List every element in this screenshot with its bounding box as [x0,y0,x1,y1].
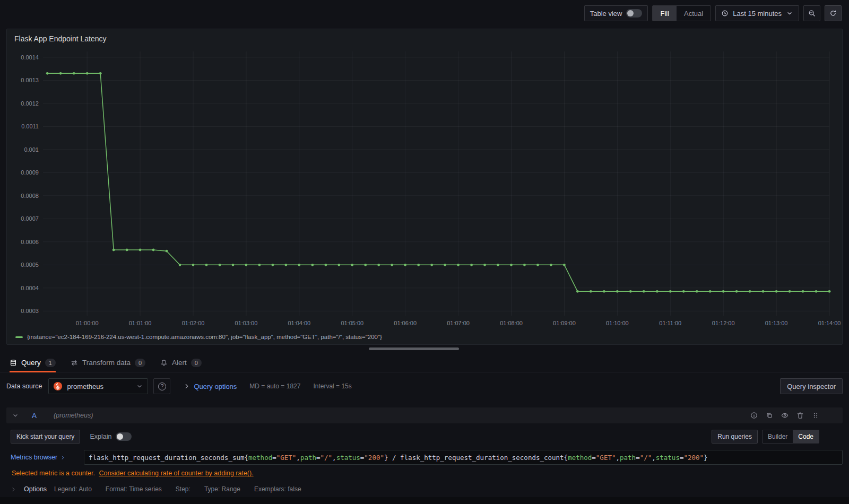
option-legend: Legend: Auto [54,485,92,493]
run-queries-button[interactable]: Run queries [712,430,758,444]
svg-text:0.0009: 0.0009 [21,169,39,176]
tab-badge: 0 [135,359,145,367]
max-datapoints-info: MD = auto = 1827 [249,383,300,390]
bell-icon [160,359,168,367]
code-button[interactable]: Code [793,430,819,443]
svg-text:0.0003: 0.0003 [21,308,39,314]
tab-label: Alert [172,359,187,367]
datasource-row: Data source prometheus ? Query options M… [6,378,843,395]
metrics-browser-toggle[interactable]: Metrics browser [11,454,80,461]
options-label: Options [24,485,47,493]
builder-button[interactable]: Builder [763,430,793,443]
metrics-browser-label: Metrics browser [11,454,57,461]
builder-code-group: Builder Code [762,430,819,444]
time-range-picker[interactable]: Last 15 minutes [715,5,799,21]
svg-text:01:10:00: 01:10:00 [606,320,629,326]
query-expression[interactable]: flask_http_request_duration_seconds_sum{… [84,450,843,465]
svg-text:0.0004: 0.0004 [21,285,39,291]
eye-icon[interactable] [781,412,789,419]
tab-transform-data[interactable]: Transform data 0 [71,353,145,372]
zoom-out-button[interactable] [803,5,820,21]
scroll-row [0,345,849,353]
query-inspector-button[interactable]: Query inspector [780,378,843,394]
svg-text:01:09:00: 01:09:00 [553,320,576,326]
tab-query[interactable]: Query 1 [10,353,56,372]
query-header[interactable]: A (prometheus) [6,407,843,423]
datasource-select[interactable]: prometheus [48,378,148,394]
legend-label[interactable]: {instance="ec2-184-169-216-224.us-west-1… [27,334,382,340]
chevron-down-icon [12,412,19,419]
chevron-right-icon [11,486,16,492]
chart-legend: {instance="ec2-184-169-216-224.us-west-1… [13,333,836,342]
svg-text:01:04:00: 01:04:00 [288,320,310,326]
bottom-strip [0,497,849,504]
chevron-right-icon [60,455,66,460]
time-range-label: Last 15 minutes [733,10,782,18]
svg-text:0.0011: 0.0011 [21,123,39,129]
svg-text:01:00:00: 01:00:00 [76,320,99,326]
editor-tabs: Query 1 Transform data 0 Alert 0 [0,353,849,372]
svg-text:01:11:00: 01:11:00 [659,320,681,326]
tab-badge: 0 [191,359,202,367]
svg-text:01:13:00: 01:13:00 [765,320,788,326]
kick-start-query-button[interactable]: Kick start your query [11,430,80,444]
clock-icon [721,10,729,17]
table-view-toggle[interactable] [626,9,642,18]
tab-label: Transform data [82,359,131,367]
table-view-control: Table view [584,5,648,21]
fill-button[interactable]: Fill [653,6,677,21]
refresh-button[interactable] [825,5,842,21]
svg-text:01:14:00: 01:14:00 [818,320,841,326]
svg-text:0.0005: 0.0005 [21,262,39,268]
drag-handle-icon[interactable] [812,412,819,419]
trash-icon[interactable] [796,412,804,419]
counter-warning: Selected metric is a counter. Consider c… [12,470,843,477]
svg-text:01:02:00: 01:02:00 [182,320,205,326]
explain-control: Explain [90,432,132,441]
datasource-label: Data source [6,383,42,390]
query-ref-id: A [32,412,37,420]
option-exemplars: Exemplars: false [254,485,301,493]
tab-alert[interactable]: Alert 0 [160,353,202,372]
transform-icon [71,359,78,367]
svg-text:0.0013: 0.0013 [21,77,39,83]
chevron-right-icon [183,383,190,390]
tab-label: Query [21,359,41,367]
toggle-knob [627,10,634,16]
svg-text:01:06:00: 01:06:00 [394,320,417,326]
explain-toggle[interactable] [116,432,132,441]
svg-text:0.0012: 0.0012 [21,100,39,107]
actual-button[interactable]: Actual [677,6,711,21]
warning-text: Selected metric is a counter. [12,470,95,477]
query-options-toggle[interactable]: Query options [183,383,237,390]
datasource-help-button[interactable]: ? [153,378,170,394]
tab-badge: 1 [45,359,56,367]
svg-text:0.0014: 0.0014 [21,54,39,60]
svg-text:01:01:00: 01:01:00 [129,320,152,326]
query-expression-row: Metrics browser flask_http_request_durat… [11,450,843,465]
zoom-out-icon [808,10,816,17]
refresh-icon [829,10,837,17]
svg-text:01:08:00: 01:08:00 [500,320,523,326]
fill-actual-group: Fill Actual [652,5,711,21]
svg-text:01:03:00: 01:03:00 [235,320,258,326]
horizontal-scrollbar[interactable] [369,347,459,350]
table-view-label: Table view [590,10,622,18]
svg-text:0.0006: 0.0006 [21,239,39,245]
query-datasource-hint: (prometheus) [54,412,93,419]
svg-text:0.001: 0.001 [24,146,38,153]
question-icon: ? [158,383,166,390]
svg-text:01:07:00: 01:07:00 [447,320,470,326]
query-header-actions [750,412,837,419]
duplicate-icon[interactable] [766,412,773,419]
rate-hint-link[interactable]: Consider calculating rate of counter by … [99,470,254,477]
latency-chart[interactable]: 0.00030.00040.00050.00060.00070.00080.00… [13,46,836,333]
database-icon [10,359,17,367]
svg-text:0.0007: 0.0007 [21,215,39,222]
info-circle-icon[interactable] [750,412,758,419]
interval-info: Interval = 15s [313,383,351,390]
query-editor-card: A (prometheus) Kick start your query Exp… [6,407,843,501]
query-options-label: Query options [194,383,237,390]
panel-title[interactable]: Flask App Endpoint Latency [14,34,836,43]
option-format: Format: Time series [106,485,162,493]
